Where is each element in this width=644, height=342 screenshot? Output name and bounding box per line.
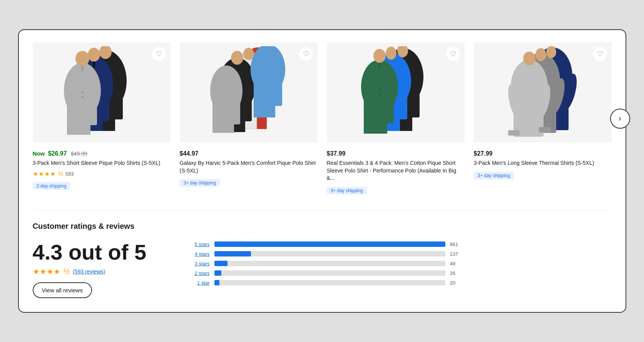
bar-fill-0 (214, 241, 445, 247)
ratings-bars: 5 stars8614 stars1373 stars492 stars261 … (187, 241, 464, 286)
svg-point-16 (75, 51, 89, 66)
bar-label-4[interactable]: 1 star (187, 280, 210, 286)
view-all-reviews-button[interactable]: View all reviews (33, 282, 92, 298)
bar-row-4: 1 star20 (187, 280, 464, 286)
price-current-1: $26.97 (48, 150, 67, 157)
bar-row-3: 2 stars26 (187, 270, 464, 276)
shipping-badge-1: 2-day shipping (33, 182, 70, 190)
ratings-stars-row: ★★★★½ (593 reviews) (33, 267, 164, 276)
product-image-wrapper-2: ♡ (180, 42, 318, 142)
shipping-badge-4: 3+ day shipping (474, 172, 514, 179)
big-score: 4.3 out of 5 (33, 241, 164, 263)
bar-label-0[interactable]: 5 stars (187, 241, 210, 247)
svg-rect-34 (222, 114, 234, 133)
shipping-badge-2: 3+ day shipping (180, 179, 220, 187)
svg-point-17 (88, 48, 100, 62)
carousel-next-button[interactable]: › (610, 109, 630, 129)
svg-point-73 (523, 52, 535, 65)
product-image-wrapper-1: ♡ (33, 42, 171, 142)
product-image-4 (493, 46, 593, 139)
bar-label-2[interactable]: 3 stars (187, 261, 210, 267)
product-item-3: ♡ $37.99 Real Essentials 3 & 4 Pack: Men… (327, 42, 465, 194)
svg-rect-72 (508, 130, 520, 136)
bar-row-0: 5 stars861 (187, 241, 464, 247)
product-name-2: Galaxy By Harvic 5-Pack Men's Comfort Pi… (180, 159, 318, 174)
svg-rect-52 (375, 112, 387, 134)
product-image-wrapper-4: ♡ (474, 42, 612, 142)
half-star-1: ½ (58, 170, 63, 177)
product-image-3 (346, 46, 446, 139)
products-carousel: ♡ Now $26.97 $49.99 3-Pack Men's Short S… (33, 42, 612, 194)
price-now-label-1: Now (33, 150, 45, 157)
ratings-section: Customer ratings & reviews 4.3 out of 5 … (33, 210, 612, 298)
bar-row-1: 4 stars137 (187, 251, 464, 257)
wishlist-button-3[interactable]: ♡ (446, 47, 460, 61)
svg-rect-38 (264, 96, 275, 117)
bar-track-4 (214, 280, 445, 285)
review-count-1: 593 (65, 171, 74, 177)
price-was-1: $49.99 (71, 151, 87, 157)
bar-fill-4 (214, 280, 220, 285)
bar-count-0: 861 (450, 241, 464, 247)
svg-point-75 (546, 46, 556, 58)
svg-rect-33 (212, 114, 224, 133)
svg-rect-37 (254, 96, 265, 117)
wishlist-button-2[interactable]: ♡ (299, 47, 313, 61)
svg-point-40 (243, 48, 254, 60)
svg-rect-71 (539, 127, 550, 132)
svg-point-14 (81, 91, 84, 94)
product-name-1: 3-Pack Men's Short Sleeve Pique Polo Shi… (33, 159, 171, 167)
price-main-3: $37.99 (327, 150, 465, 157)
svg-point-74 (535, 48, 546, 61)
bar-fill-1 (214, 251, 251, 256)
product-image-2 (199, 46, 299, 139)
bar-label-1[interactable]: 4 stars (187, 251, 210, 257)
price-main-4: $27.99 (474, 150, 612, 157)
bar-track-0 (214, 241, 445, 247)
product-item-1: ♡ Now $26.97 $49.99 3-Pack Men's Short S… (33, 42, 171, 194)
bar-fill-3 (214, 270, 221, 276)
bar-count-1: 137 (450, 251, 464, 257)
bar-label-3[interactable]: 2 stars (187, 270, 210, 276)
stars-row-1: ★★★★½ 593 (33, 170, 171, 178)
main-card: ♡ Now $26.97 $49.99 3-Pack Men's Short S… (18, 29, 626, 313)
bar-fill-2 (214, 261, 227, 266)
bar-count-3: 26 (450, 270, 464, 276)
product-image-1 (52, 46, 152, 139)
wishlist-button-4[interactable]: ♡ (593, 47, 607, 61)
product-item-2: ♡ $44.97 Galaxy By Harvic 5-Pack Men's C… (180, 42, 318, 194)
bar-count-4: 20 (450, 280, 464, 286)
bar-count-2: 49 (450, 261, 464, 267)
bar-track-1 (214, 251, 445, 256)
svg-point-54 (378, 88, 381, 91)
svg-point-57 (386, 47, 396, 60)
shipping-badge-3: 3+ day shipping (327, 187, 367, 194)
svg-point-55 (378, 93, 381, 96)
product-image-wrapper-3: ♡ (327, 42, 465, 142)
bar-track-2 (214, 261, 445, 266)
svg-point-15 (81, 96, 84, 98)
ratings-left: 4.3 out of 5 ★★★★½ (593 reviews) View al… (33, 241, 164, 298)
svg-point-56 (373, 49, 386, 63)
product-name-4: 3-Pack Men's Long Sleeve Thermal Shirts … (474, 159, 612, 167)
bar-track-3 (214, 270, 445, 276)
svg-point-39 (231, 51, 243, 65)
ratings-body: 4.3 out of 5 ★★★★½ (593 reviews) View al… (33, 241, 612, 298)
ratings-review-link[interactable]: (593 reviews) (73, 268, 105, 275)
product-item-4: ♡ $27.99 3-Pack Men's Long Sleeve Therma… (474, 42, 612, 194)
ratings-title: Customer ratings & reviews (33, 222, 612, 231)
product-name-3: Real Essentials 3 & 4 Pack: Men's Cotton… (327, 159, 465, 182)
price-row-1: Now $26.97 $49.99 (33, 150, 171, 157)
svg-rect-11 (78, 114, 90, 135)
ratings-half-star: ½ (64, 267, 70, 276)
stars-1: ★★★★ (33, 170, 56, 178)
ratings-stars: ★★★★ (33, 267, 60, 276)
wishlist-button-1[interactable]: ♡ (152, 47, 166, 61)
bar-row-2: 3 stars49 (187, 261, 464, 267)
price-main-2: $44.97 (180, 150, 318, 157)
